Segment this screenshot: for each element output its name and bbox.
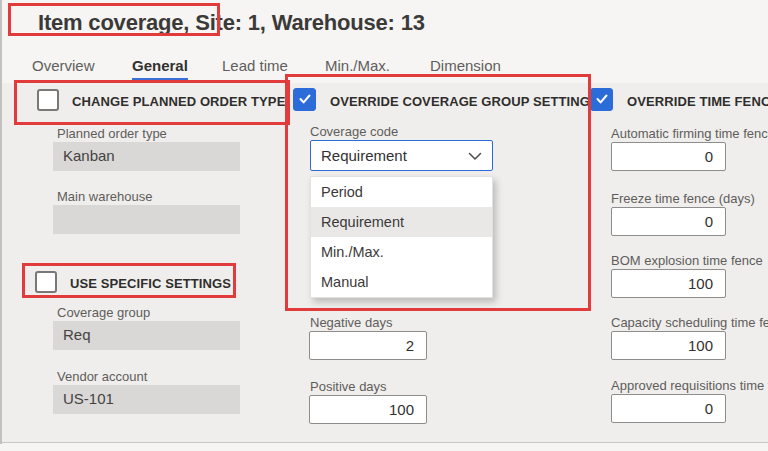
use-specific-settings-label: USE SPECIFIC SETTINGS (70, 276, 231, 291)
override-coverage-group-label: OVERRIDE COVERAGE GROUP SETTINGS (330, 94, 599, 109)
page-title: Item coverage, Site: 1, Warehouse: 13 (38, 10, 425, 36)
checkmark-icon (595, 91, 609, 109)
coverage-code-selected-value: Requirement (321, 147, 468, 164)
approved-requisitions-time-fence-input[interactable]: 0 (611, 394, 726, 423)
dropdown-option-min-max[interactable]: Min./Max. (311, 237, 492, 267)
capacity-scheduling-time-fence-label: Capacity scheduling time fence (611, 315, 768, 330)
main-warehouse-label: Main warehouse (57, 189, 152, 204)
use-specific-settings-checkbox[interactable] (35, 271, 57, 293)
tab-general[interactable]: General (132, 57, 188, 81)
change-planned-order-type-label: CHANGE PLANNED ORDER TYPE (72, 94, 285, 109)
planned-order-type-field: Kanban (53, 142, 240, 171)
positive-days-input[interactable]: 100 (309, 395, 427, 424)
page-title-highlighted: Item coverage, (38, 10, 189, 35)
vendor-account-label: Vendor account (57, 369, 147, 384)
override-time-fence-label: OVERRIDE TIME FENCE (627, 94, 768, 109)
freeze-time-fence-input[interactable]: 0 (611, 207, 726, 236)
planned-order-type-label: Planned order type (57, 126, 167, 141)
coverage-code-select[interactable]: Requirement (310, 140, 493, 171)
tab-overview[interactable]: Overview (32, 57, 95, 74)
approved-requisitions-time-fence-label: Approved requisitions time fence (611, 378, 768, 393)
tab-lead-time[interactable]: Lead time (222, 57, 288, 74)
window-left-border (0, 0, 2, 444)
override-coverage-group-checkbox[interactable] (293, 88, 316, 111)
coverage-code-label: Coverage code (310, 124, 398, 139)
dropdown-option-period[interactable]: Period (311, 177, 492, 207)
negative-days-label: Negative days (310, 315, 392, 330)
tab-min-max[interactable]: Min./Max. (325, 57, 390, 74)
bom-explosion-time-fence-input[interactable]: 100 (611, 269, 726, 298)
item-coverage-dialog: Item coverage, Site: 1, Warehouse: 13 Ov… (0, 0, 768, 451)
page-title-rest: Site: 1, Warehouse: 13 (189, 10, 424, 35)
capacity-scheduling-time-fence-input[interactable]: 100 (611, 331, 726, 360)
dropdown-option-manual[interactable]: Manual (311, 267, 492, 297)
change-planned-order-type-checkbox[interactable] (37, 89, 59, 111)
dropdown-option-requirement[interactable]: Requirement (311, 207, 492, 237)
checkmark-icon (298, 91, 312, 109)
positive-days-label: Positive days (310, 379, 387, 394)
chevron-down-icon (468, 147, 482, 164)
coverage-group-label: Coverage group (57, 305, 150, 320)
coverage-group-field: Req (53, 321, 240, 350)
negative-days-input[interactable]: 2 (309, 331, 427, 360)
main-warehouse-field (53, 205, 240, 234)
tab-dimension[interactable]: Dimension (430, 57, 501, 74)
vendor-account-field: US-101 (53, 385, 240, 414)
automatic-firming-time-fence-label: Automatic firming time fence (611, 126, 768, 141)
automatic-firming-time-fence-input[interactable]: 0 (611, 142, 726, 171)
coverage-code-dropdown-list: Period Requirement Min./Max. Manual (310, 176, 493, 298)
bom-explosion-time-fence-label: BOM explosion time fence (611, 253, 763, 268)
freeze-time-fence-label: Freeze time fence (days) (611, 191, 755, 206)
override-time-fence-checkbox[interactable] (590, 88, 613, 111)
